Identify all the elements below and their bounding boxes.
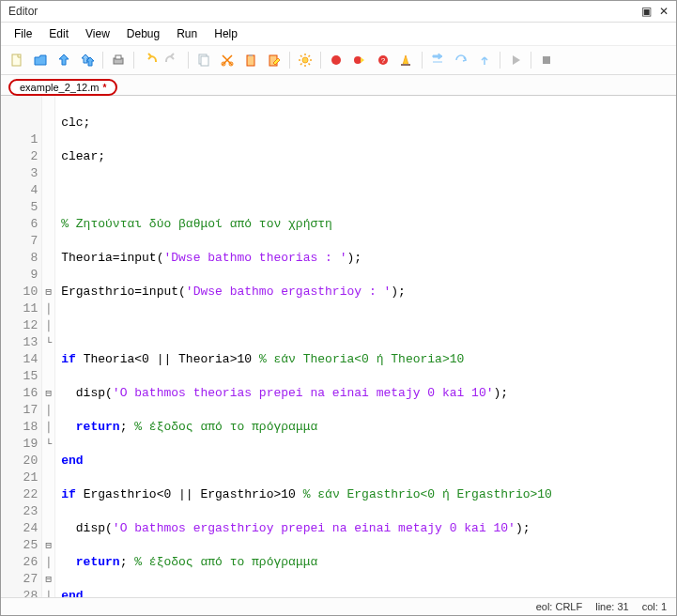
code-editor[interactable]: 1234567891011121314151617181920212223242… (1, 96, 676, 597)
clear-breakpoints-icon[interactable] (396, 50, 417, 70)
breakpoint-cond-icon[interactable]: ? (373, 50, 393, 70)
window-title: Editor (8, 5, 38, 18)
scissors-icon[interactable] (217, 50, 238, 70)
save-icon[interactable] (54, 50, 74, 70)
undo-icon[interactable] (139, 50, 160, 70)
print-icon[interactable] (108, 50, 129, 70)
svg-rect-2 (115, 55, 121, 59)
paste-icon[interactable] (264, 50, 285, 70)
separator (133, 52, 134, 69)
separator (102, 52, 103, 69)
tab-label: example_2_12.m (20, 82, 99, 93)
separator (422, 52, 423, 69)
clipboard-icon[interactable] (240, 50, 261, 70)
redo-icon[interactable] (162, 50, 183, 70)
menubar: File Edit View Debug Run Help (1, 23, 676, 46)
step-out-icon[interactable] (474, 50, 495, 70)
menu-file[interactable]: File (7, 24, 39, 43)
toolbar: ? (1, 46, 676, 75)
step-in-icon[interactable] (427, 50, 448, 70)
line-gutter: 1234567891011121314151617181920212223242… (1, 96, 42, 597)
svg-point-11 (331, 55, 341, 65)
svg-point-10 (302, 57, 308, 63)
menu-view[interactable]: View (78, 24, 117, 43)
svg-text:?: ? (381, 56, 386, 65)
step-over-icon[interactable] (451, 50, 471, 70)
breakpoint-arrow-icon[interactable] (349, 50, 370, 70)
svg-rect-8 (249, 54, 253, 56)
menu-run[interactable]: Run (169, 24, 205, 43)
tab-file[interactable]: example_2_12.m * (8, 79, 117, 96)
menu-edit[interactable]: Edit (41, 24, 76, 43)
breakpoint-icon[interactable] (326, 50, 346, 70)
svg-point-12 (354, 56, 362, 64)
svg-rect-16 (543, 56, 550, 64)
svg-rect-15 (401, 64, 410, 66)
new-file-icon[interactable] (7, 50, 27, 70)
svg-rect-7 (247, 55, 254, 66)
open-icon[interactable] (30, 50, 51, 70)
tabbar: example_2_12.m * (1, 75, 676, 96)
menu-help[interactable]: Help (207, 24, 245, 43)
cut-icon[interactable] (193, 50, 214, 70)
svg-rect-4 (201, 56, 208, 66)
status-col: col: 1 (642, 601, 667, 612)
separator (188, 52, 189, 69)
status-line: line: 31 (595, 601, 628, 612)
statusbar: eol: CRLF line: 31 col: 1 (1, 597, 676, 615)
gear-icon[interactable] (295, 50, 315, 70)
status-eol: eol: CRLF (536, 601, 583, 612)
titlebar: Editor ▣ ✕ (1, 1, 676, 23)
fold-column[interactable]: ⊟││└ ⊟││└ ⊟│⊟│└ ⊟⊟⊟│⊟│└ (42, 96, 55, 597)
separator (531, 52, 531, 69)
separator (500, 52, 500, 69)
stop-icon[interactable] (536, 50, 557, 70)
menu-debug[interactable]: Debug (119, 24, 167, 43)
close-icon[interactable]: ✕ (659, 5, 669, 18)
play-icon[interactable] (505, 50, 526, 70)
svg-rect-0 (12, 54, 21, 66)
code-area[interactable]: clc; clear; % Ζητούνται δύο βαθμοί από τ… (55, 96, 639, 597)
undock-icon[interactable]: ▣ (641, 5, 652, 18)
separator (320, 52, 321, 69)
saveall-icon[interactable] (77, 50, 98, 70)
modified-indicator: * (102, 83, 106, 93)
separator (289, 52, 290, 69)
